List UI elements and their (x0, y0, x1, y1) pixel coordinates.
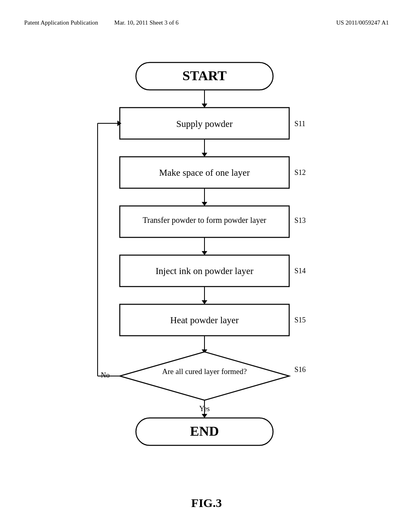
no-label: No (101, 371, 110, 379)
figure-label: FIG.3 (191, 496, 222, 510)
end-label: END (190, 424, 219, 438)
s13-step: S13 (294, 216, 306, 224)
flowchart-svg: START Supply powder S11 Make space of on… (73, 58, 340, 474)
s14-step: S14 (294, 267, 306, 275)
s13-label: Transfer powder to form powder layer (143, 216, 267, 225)
publication-label: Patent Application Publication (24, 19, 98, 26)
svg-marker-24 (202, 414, 207, 418)
svg-marker-5 (202, 153, 207, 157)
s11-step: S11 (294, 120, 305, 128)
s11-label: Supply powder (176, 119, 233, 129)
s12-label: Make space of one layer (159, 168, 250, 178)
s15-label: Heat powder layer (170, 315, 239, 325)
page-header: Patent Application Publication Mar. 10, … (0, 19, 413, 26)
patent-number-label: US 2011/0059247 A1 (336, 19, 389, 26)
svg-marker-11 (202, 251, 207, 255)
s16-step: S16 (294, 366, 306, 374)
svg-marker-8 (202, 202, 207, 206)
header-left: Patent Application Publication Mar. 10, … (24, 19, 179, 26)
svg-marker-2 (202, 104, 207, 108)
start-label: START (182, 68, 227, 83)
s16-label: Are all cured layer formed? (162, 367, 247, 376)
svg-marker-14 (202, 300, 207, 304)
flowchart-container: START Supply powder S11 Make space of on… (73, 58, 340, 475)
date-sheet-label: Mar. 10, 2011 Sheet 3 of 6 (114, 19, 178, 26)
svg-marker-18 (120, 352, 289, 400)
s15-step: S15 (294, 316, 306, 324)
s12-step: S12 (294, 168, 306, 177)
s14-label: Inject ink on powder layer (156, 266, 254, 276)
